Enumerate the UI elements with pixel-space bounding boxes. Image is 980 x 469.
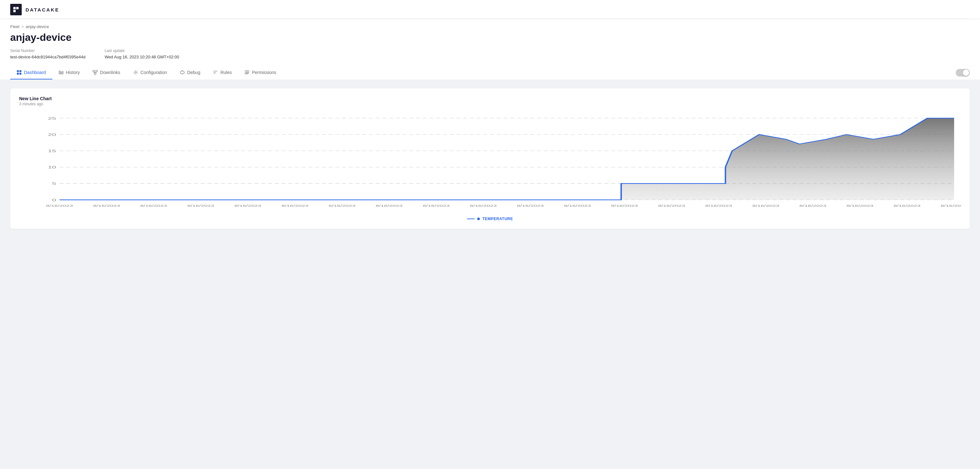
legend-label-temperature: TEMPERATURE [482, 217, 513, 221]
svg-text:8/16/2023: 8/16/2023 [188, 204, 214, 207]
svg-text:20: 20 [48, 132, 56, 137]
svg-text:8/16/2023: 8/16/2023 [846, 204, 873, 207]
tab-downlinks-label: Downlinks [100, 70, 120, 75]
svg-rect-8 [60, 72, 62, 74]
line-chart-card: New Line Chart 3 minutes ago 25 [10, 88, 970, 229]
downlinks-icon [92, 70, 98, 75]
tabs-navigation: Dashboard History Downlinks [10, 66, 970, 79]
svg-text:8/16/2023: 8/16/2023 [517, 204, 544, 207]
svg-rect-2 [13, 10, 16, 12]
chart-legend: TEMPERATURE [19, 217, 961, 221]
svg-rect-7 [59, 71, 60, 74]
svg-rect-0 [13, 7, 16, 9]
svg-text:10: 10 [48, 165, 56, 169]
svg-rect-3 [17, 70, 19, 72]
breadcrumb-current: anjay-device [26, 24, 49, 29]
rules-icon [213, 70, 218, 75]
chart-area: 25 20 15 10 5 0 8/16/2023 8/16/2023 8/16… [19, 111, 961, 213]
svg-text:25: 25 [48, 116, 56, 120]
svg-text:8/16/2023: 8/16/2023 [423, 204, 449, 207]
breadcrumb: Fleet > anjay-device [10, 24, 970, 29]
svg-text:8/16/2023: 8/16/2023 [941, 204, 961, 207]
chart-svg: 25 20 15 10 5 0 8/16/2023 8/16/2023 8/16… [19, 111, 961, 213]
svg-text:8/16/2023: 8/16/2023 [705, 204, 732, 207]
svg-point-20 [247, 70, 249, 72]
svg-text:8/16/2023: 8/16/2023 [282, 204, 309, 207]
serial-number-label: Serial Number [10, 48, 86, 53]
tab-history[interactable]: History [52, 66, 86, 79]
tab-debug[interactable]: Debug [173, 66, 207, 79]
svg-text:0: 0 [52, 198, 56, 202]
svg-point-19 [245, 70, 247, 72]
tab-dashboard-label: Dashboard [24, 70, 46, 75]
serial-number-field: Serial Number test-device-64dc81944ca7bd… [10, 48, 86, 60]
app-title: DATACAKE [25, 7, 59, 13]
svg-text:8/16/2023: 8/16/2023 [799, 204, 826, 207]
svg-text:8/16/2023: 8/16/2023 [140, 204, 167, 207]
svg-text:8/16/2023: 8/16/2023 [564, 204, 591, 207]
breadcrumb-separator: > [21, 24, 24, 29]
legend-dot-temperature [477, 218, 480, 220]
svg-text:8/16/2023: 8/16/2023 [328, 204, 355, 207]
svg-text:8/16/2023: 8/16/2023 [752, 204, 779, 207]
last-update-label: Last update [105, 48, 180, 53]
svg-rect-5 [17, 73, 19, 75]
legend-line-temperature [467, 219, 475, 219]
edit-toggle[interactable] [956, 69, 970, 76]
svg-rect-12 [94, 73, 96, 75]
svg-rect-9 [62, 72, 63, 74]
svg-rect-11 [96, 70, 97, 72]
history-icon [59, 70, 64, 75]
tab-permissions-label: Permissions [252, 70, 276, 75]
tab-permissions[interactable]: Permissions [238, 66, 283, 79]
debug-icon [180, 70, 185, 75]
tab-debug-label: Debug [187, 70, 200, 75]
permissions-icon [245, 70, 250, 75]
last-update-value: Wed Aug 16, 2023 10:20:48 GMT+02:00 [105, 54, 180, 59]
main-content: New Line Chart 3 minutes ago 25 [0, 79, 980, 238]
svg-text:8/16/2023: 8/16/2023 [93, 204, 120, 207]
tab-history-label: History [66, 70, 80, 75]
chart-area-fill [59, 118, 954, 200]
svg-text:8/16/2023: 8/16/2023 [470, 204, 497, 207]
svg-text:8/16/2023: 8/16/2023 [234, 204, 261, 207]
svg-text:8/16/2023: 8/16/2023 [894, 204, 920, 207]
svg-text:8/16/2023: 8/16/2023 [376, 204, 402, 207]
last-update-field: Last update Wed Aug 16, 2023 10:20:48 GM… [105, 48, 180, 60]
configuration-icon [133, 70, 138, 75]
dashboard-icon [17, 70, 22, 75]
svg-rect-10 [93, 70, 94, 72]
breadcrumb-parent[interactable]: Fleet [10, 24, 19, 29]
page-header: Fleet > anjay-device anjay-device Serial… [0, 19, 980, 79]
device-meta: Serial Number test-device-64dc81944ca7bd… [10, 48, 970, 60]
chart-title: New Line Chart [19, 96, 961, 101]
svg-rect-1 [16, 7, 19, 9]
svg-rect-6 [19, 73, 21, 75]
tab-rules[interactable]: Rules [207, 66, 238, 79]
datacake-logo [10, 4, 22, 15]
tab-downlinks[interactable]: Downlinks [86, 66, 127, 79]
chart-subtitle: 3 minutes ago [19, 102, 961, 106]
tab-dashboard[interactable]: Dashboard [10, 66, 52, 79]
tab-configuration[interactable]: Configuration [127, 66, 173, 79]
svg-rect-4 [19, 70, 21, 72]
svg-text:8/16/2023: 8/16/2023 [611, 204, 638, 207]
svg-text:15: 15 [48, 149, 56, 153]
tab-configuration-label: Configuration [140, 70, 167, 75]
serial-number-value: test-device-64dc81944ca7bd4f0395e44d [10, 54, 86, 59]
tab-rules-label: Rules [220, 70, 232, 75]
page-title: anjay-device [10, 32, 970, 43]
svg-point-18 [135, 72, 136, 73]
svg-text:5: 5 [52, 181, 56, 186]
svg-text:8/16/2023: 8/16/2023 [658, 204, 685, 207]
svg-text:8/16/2023: 8/16/2023 [46, 204, 73, 207]
